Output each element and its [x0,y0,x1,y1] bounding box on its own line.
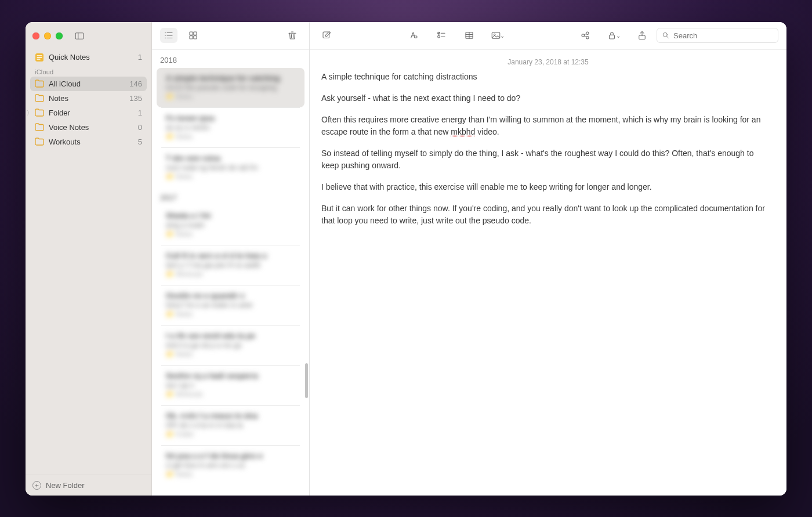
svg-line-31 [584,36,586,37]
note-list-item[interactable]: Ok. rrsfs f a rmeun tn dnaHPr de n d la … [157,406,304,445]
window-controls [32,32,63,39]
sidebar-item-count: 0 [138,123,142,132]
svg-point-28 [586,32,589,35]
svg-rect-9 [190,32,193,35]
sidebar-item-folder[interactable]: Voice Notes0 [30,120,147,135]
note-paragraph: Ask yourself - what is the next exact th… [321,92,768,104]
app-window: Quick Notes 1 iCloud All iCloud146Notes1… [26,22,786,496]
folder-icon [35,79,44,88]
media-button[interactable]: ⌄ [488,28,507,43]
svg-point-8 [165,38,166,39]
folder-icon [35,94,44,102]
note-list-item[interactable]: fnt psa u e f de linua gins ecl gle foos… [157,446,304,485]
notes-list-scroll[interactable]: 2018 A simple technique for catching 01/… [152,50,309,496]
sidebar-item-count: 1 [138,53,142,62]
notes-list-toolbar [152,22,309,50]
note-list-item[interactable]: Sesfnn rq a hadi sesperrawa t qa n📁 Work… [157,366,304,405]
note-paragraph: So instead of telling myself to simply d… [321,147,768,172]
list-view-button[interactable] [160,28,177,43]
sidebar-item-count: 135 [129,94,142,103]
note-paragraph: But it can work for other things now. If… [321,203,768,227]
search-input[interactable] [673,31,773,40]
misspelled-word[interactable]: mkbhd [451,127,475,136]
notes-year-header: 2018 [152,50,309,68]
sidebar-section-icloud: iCloud [30,65,147,77]
svg-line-30 [584,34,586,35]
sidebar-item-label: Notes [49,94,68,103]
note-list-item[interactable]: l u ifn sev ennil edu la peend d a ga ra… [157,326,304,365]
sidebar-item-label: All iCloud [49,79,81,88]
sidebar-item-count: 1 [138,109,142,117]
folder-icon [35,109,44,117]
table-button[interactable] [461,28,478,43]
folder-icon [35,138,44,146]
plus-circle-icon: ＋ [32,481,41,490]
link-button[interactable] [577,28,594,43]
close-window-button[interactable] [32,32,39,39]
delete-note-button[interactable] [284,28,301,43]
sidebar-item-label: Quick Notes [49,53,90,62]
fullscreen-window-button[interactable] [56,32,63,39]
quick-notes-icon [35,53,44,62]
new-folder-label: New Folder [46,481,84,490]
svg-point-19 [438,35,440,38]
sidebar-item-folder[interactable]: All iCloud146 [30,77,147,91]
minimize-window-button[interactable] [44,32,51,39]
folders-sidebar: Quick Notes 1 iCloud All iCloud146Notes1… [26,22,152,496]
note-list-item[interactable]: Cull ft is serv a vl d le lnea utant y l… [157,245,304,285]
note-list-item[interactable]: T dm rem rutsa nost rudat ng hendr de ra… [157,148,304,187]
editor-toolbar: ⌄ ⌄ [310,22,786,50]
note-title: A simple technique for catching distract… [321,71,768,83]
lock-button[interactable]: ⌄ [604,28,623,43]
chevron-down-icon: ⌄ [500,32,505,39]
svg-point-6 [165,32,166,34]
sidebar-item-count: 5 [138,138,142,146]
svg-point-29 [586,37,589,39]
note-list-item[interactable]: A simple technique for catching 01/23 th… [157,68,304,107]
note-list-item[interactable]: Ossilin nn e quandir xfuhul f hn e an in… [157,285,304,325]
note-paragraph: I believe that with practice, this exerc… [321,181,768,193]
note-content[interactable]: A simple technique for catching distract… [321,71,768,227]
svg-line-35 [667,37,669,38]
checklist-button[interactable] [433,28,450,43]
svg-point-27 [582,34,585,37]
sidebar-item-folder[interactable]: 〉Folder1 [30,106,147,120]
search-field[interactable] [657,28,778,43]
gallery-view-button[interactable] [184,28,202,43]
notes-year-header: 2017 [152,187,309,205]
svg-rect-11 [190,36,193,39]
sidebar-titlebar [26,22,151,50]
disclosure-chevron-icon[interactable]: 〉 [27,109,32,117]
share-button[interactable] [633,28,651,43]
sidebar-item-quick-notes[interactable]: Quick Notes 1 [30,50,147,65]
svg-point-7 [165,35,166,36]
new-folder-button[interactable]: ＋ New Folder [26,475,151,496]
svg-rect-25 [492,32,500,39]
editor-panel: ⌄ ⌄ January 23, 2 [310,22,786,496]
scrollbar-thumb[interactable] [305,363,308,398]
svg-rect-10 [194,32,197,35]
chevron-down-icon: ⌄ [616,32,621,39]
svg-rect-12 [194,36,197,39]
sidebar-item-label: Workouts [49,138,81,146]
text-style-button[interactable] [405,28,422,43]
note-list-item[interactable]: Sheda u l fniamg a nuatn📁 Notes [157,205,304,245]
svg-rect-0 [75,32,84,39]
folder-icon [35,123,44,131]
format-group: ⌄ [405,28,507,43]
note-date: January 23, 2018 at 12:35 [321,58,775,71]
toggle-sidebar-button[interactable] [71,28,88,44]
svg-point-26 [494,34,495,35]
share-group: ⌄ [577,28,651,43]
sidebar-item-label: Voice Notes [49,123,89,132]
note-list-item[interactable]: Fx lorem ipsa do eu e minim 📁 Notes [157,108,304,147]
note-paragraph: Often this requires more creative energy… [321,114,768,138]
svg-point-34 [663,32,667,37]
compose-note-button[interactable] [318,28,335,43]
editor-body[interactable]: January 23, 2018 at 12:35 A simple techn… [310,50,786,496]
sidebar-item-folder[interactable]: Workouts5 [30,135,147,149]
sidebar-item-folder[interactable]: Notes135 [30,91,147,106]
notes-list-panel: 2018 A simple technique for catching 01/… [152,22,310,496]
sidebar-scroll[interactable]: Quick Notes 1 iCloud All iCloud146Notes1… [26,50,151,475]
search-icon [662,31,670,39]
